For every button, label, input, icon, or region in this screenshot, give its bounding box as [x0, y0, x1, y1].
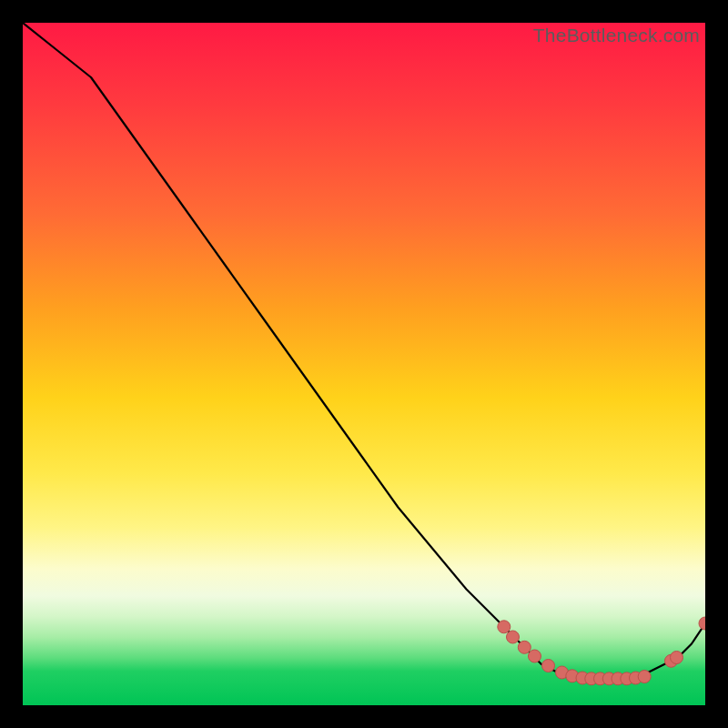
plot-area: TheBottleneck.com — [23, 23, 705, 705]
watermark-label: TheBottleneck.com — [533, 25, 700, 46]
chart-overlay — [23, 23, 705, 705]
data-point — [699, 617, 705, 630]
data-points-group — [498, 617, 705, 685]
data-point — [529, 650, 541, 662]
chart-frame: TheBottleneck.com — [0, 0, 728, 728]
data-point — [507, 631, 520, 643]
data-point — [518, 641, 531, 653]
bottleneck-curve-line — [23, 23, 705, 678]
data-point — [498, 621, 511, 633]
data-point — [542, 660, 555, 672]
data-point — [638, 671, 651, 683]
data-point — [671, 652, 683, 664]
